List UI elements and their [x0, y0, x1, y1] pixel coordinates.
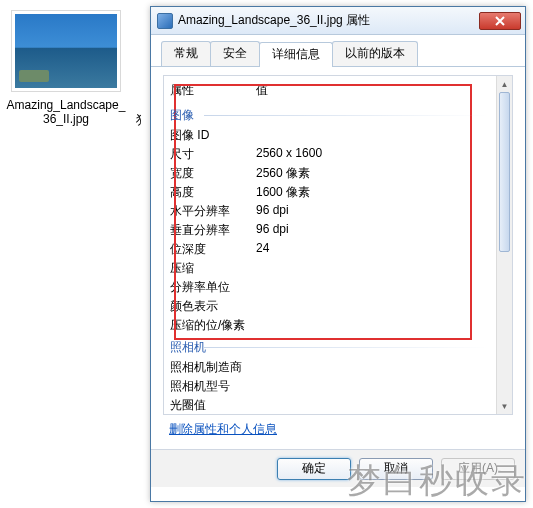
apply-button: 应用(A) — [441, 458, 515, 480]
app-icon — [157, 13, 173, 29]
prop-row: 高度1600 像素 — [170, 183, 490, 202]
close-button[interactable] — [479, 12, 521, 30]
close-icon — [495, 16, 505, 26]
scroll-thumb[interactable] — [499, 92, 510, 252]
prop-row: 垂直分辨率96 dpi — [170, 221, 490, 240]
prop-row: 照相机制造商 — [170, 358, 490, 377]
tab-general[interactable]: 常规 — [161, 41, 211, 66]
scroll-down-icon[interactable]: ▼ — [497, 398, 512, 414]
prop-row: 分辨率单位 — [170, 278, 490, 297]
details-pane: 属性 值 图像 图像 ID 尺寸2560 x 1600 宽度2560 像素 高度… — [151, 67, 525, 449]
prop-row: 图像 ID — [170, 126, 490, 145]
dialog-title: Amazing_Landscape_36_II.jpg 属性 — [178, 12, 479, 29]
section-image-title: 图像 — [170, 103, 490, 126]
tab-strip: 常规 安全 详细信息 以前的版本 — [151, 35, 525, 67]
titlebar[interactable]: Amazing_Landscape_36_II.jpg 属性 — [151, 7, 525, 35]
dialog-button-row: 确定 取消 应用(A) — [151, 449, 525, 487]
tab-security[interactable]: 安全 — [210, 41, 260, 66]
tab-previous-versions[interactable]: 以前的版本 — [332, 41, 418, 66]
file-thumbnail — [11, 10, 121, 92]
prop-row: 水平分辨率96 dpi — [170, 202, 490, 221]
prop-row: 照相机型号 — [170, 377, 490, 396]
details-list[interactable]: 属性 值 图像 图像 ID 尺寸2560 x 1600 宽度2560 像素 高度… — [163, 75, 513, 415]
file-item[interactable]: Amazing_Landscape_36_II.jpg — [6, 10, 126, 126]
prop-row: 位深度24 — [170, 240, 490, 259]
header-property: 属性 — [170, 82, 256, 99]
prop-row: 宽度2560 像素 — [170, 164, 490, 183]
prop-row: 压缩的位/像素 — [170, 316, 490, 335]
properties-dialog: Amazing_Landscape_36_II.jpg 属性 常规 安全 详细信… — [150, 6, 526, 502]
file-name-label: Amazing_Landscape_36_II.jpg — [6, 98, 126, 126]
tab-details[interactable]: 详细信息 — [259, 42, 333, 67]
prop-row: 颜色表示 — [170, 297, 490, 316]
stray-character: 犭 — [136, 112, 148, 129]
cancel-button[interactable]: 取消 — [359, 458, 433, 480]
column-headers: 属性 值 — [170, 80, 490, 103]
scroll-up-icon[interactable]: ▲ — [497, 76, 512, 92]
prop-row: 尺寸2560 x 1600 — [170, 145, 490, 164]
vertical-scrollbar[interactable]: ▲ ▼ — [496, 76, 512, 414]
prop-row: 压缩 — [170, 259, 490, 278]
header-value: 值 — [256, 82, 268, 99]
prop-row: 光圈值 — [170, 396, 490, 415]
remove-properties-link[interactable]: 删除属性和个人信息 — [169, 422, 277, 436]
section-camera-title: 照相机 — [170, 335, 490, 358]
ok-button[interactable]: 确定 — [277, 458, 351, 480]
